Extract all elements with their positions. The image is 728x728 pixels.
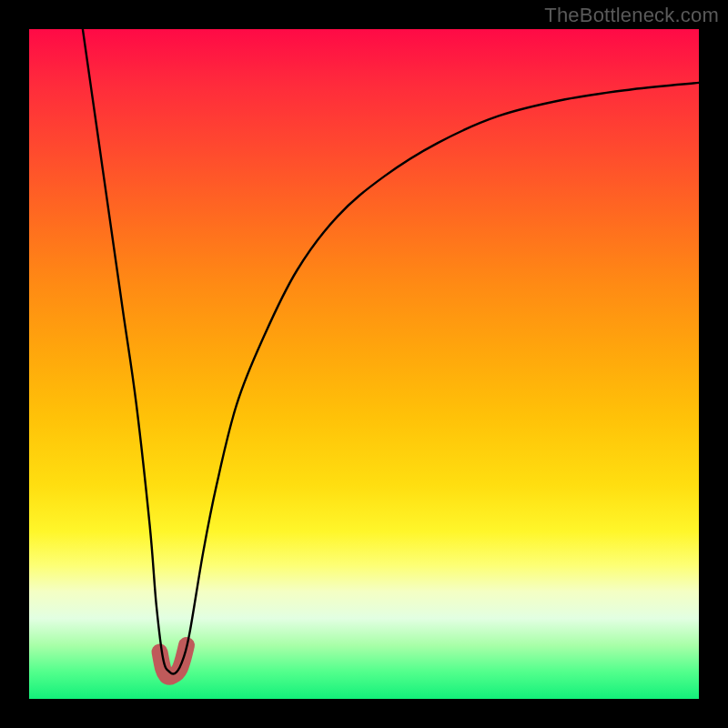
chart-frame: TheBottleneck.com: [0, 0, 728, 728]
bottleneck-curve-series: [83, 29, 699, 674]
bottleneck-curve-line: [83, 29, 699, 674]
chart-plot-area: [29, 29, 699, 699]
chart-svg: [29, 29, 699, 699]
watermark-text: TheBottleneck.com: [544, 4, 719, 27]
